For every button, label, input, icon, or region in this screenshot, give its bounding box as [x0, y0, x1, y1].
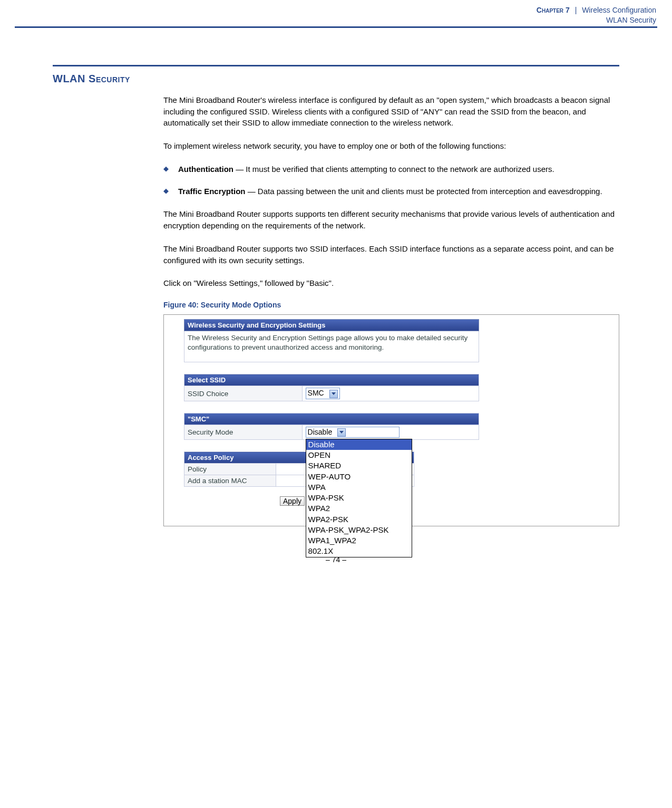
panel-select-ssid: Select SSID SSID Choice SMC [184, 374, 479, 401]
bullet-authentication: Authentication — It must be verified tha… [163, 163, 619, 175]
security-mode-value: Disable [308, 428, 333, 436]
option-wpa2-psk[interactable]: WPA2-PSK [306, 514, 412, 525]
paragraph-5: Click on "Wireless Settings," followed b… [163, 277, 619, 289]
ssid-choice-value: SMC [308, 389, 324, 397]
panel-security-desc: The Wireless Security and Encryption Set… [184, 331, 479, 362]
paragraph-3: The Mini Broadband Router supports suppo… [163, 208, 619, 232]
option-wpa[interactable]: WPA [306, 482, 412, 493]
header-subtitle: WLAN Security [606, 16, 656, 24]
security-mode-select[interactable]: Disable [306, 427, 400, 438]
chevron-down-icon [337, 428, 346, 437]
option-shared[interactable]: SHARED [306, 460, 412, 471]
option-wpa1-wpa2[interactable]: WPA1_WPA2 [306, 535, 412, 546]
paragraph-1: The Mini Broadband Router's wireless int… [163, 94, 619, 129]
option-disable[interactable]: Disable [306, 439, 412, 450]
add-mac-label: Add a station MAC [184, 475, 276, 487]
section-rule [53, 65, 619, 66]
bullet-1-rest: — It must be verified that clients attem… [233, 165, 554, 174]
option-wpa-psk[interactable]: WPA-PSK [306, 493, 412, 503]
ssid-choice-label: SSID Choice [184, 386, 303, 401]
option-8021x[interactable]: 802.1X [306, 546, 412, 556]
bullet-traffic-encryption: Traffic Encryption — Data passing betwee… [163, 186, 619, 197]
panel-smc: "SMC" Security Mode Disable [184, 413, 479, 440]
header-chapter: Chapter 7 [537, 6, 570, 14]
page-header: Chapter 7 | Wireless Configuration WLAN … [15, 5, 657, 28]
option-wpa-psk-wpa2-psk[interactable]: WPA-PSK_WPA2-PSK [306, 525, 412, 535]
header-separator: | [572, 6, 580, 14]
option-open[interactable]: OPEN [306, 450, 412, 460]
bullet-list: Authentication — It must be verified tha… [163, 163, 619, 197]
option-wep-auto[interactable]: WEP-AUTO [306, 472, 412, 482]
figure-screenshot: Wireless Security and Encryption Setting… [163, 314, 619, 526]
security-mode-label: Security Mode [184, 425, 303, 439]
option-wpa2[interactable]: WPA2 [306, 503, 412, 514]
select-ssid-header: Select SSID [184, 374, 479, 386]
bullet-2-strong: Traffic Encryption [178, 187, 246, 196]
bullet-1-strong: Authentication [178, 165, 233, 174]
panel-security-header: Wireless Security and Encryption Setting… [184, 319, 479, 331]
apply-button[interactable]: Apply [280, 496, 305, 506]
paragraph-4: The Mini Broadband Router supports two S… [163, 243, 619, 266]
security-mode-dropdown[interactable]: Disable OPEN SHARED WEP-AUTO WPA WPA-PSK… [306, 439, 412, 557]
paragraph-2: To implement wireless network security, … [163, 140, 619, 152]
bullet-2-rest: — Data passing between the unit and clie… [246, 187, 602, 196]
ssid-choice-select[interactable]: SMC [306, 388, 340, 399]
figure-caption: Figure 40: Security Mode Options [163, 301, 619, 309]
section-title: WLAN Security [53, 73, 619, 85]
header-title: Wireless Configuration [582, 6, 656, 14]
smc-header: "SMC" [184, 413, 479, 425]
chevron-down-icon [329, 390, 338, 398]
policy-label: Policy [184, 464, 276, 475]
